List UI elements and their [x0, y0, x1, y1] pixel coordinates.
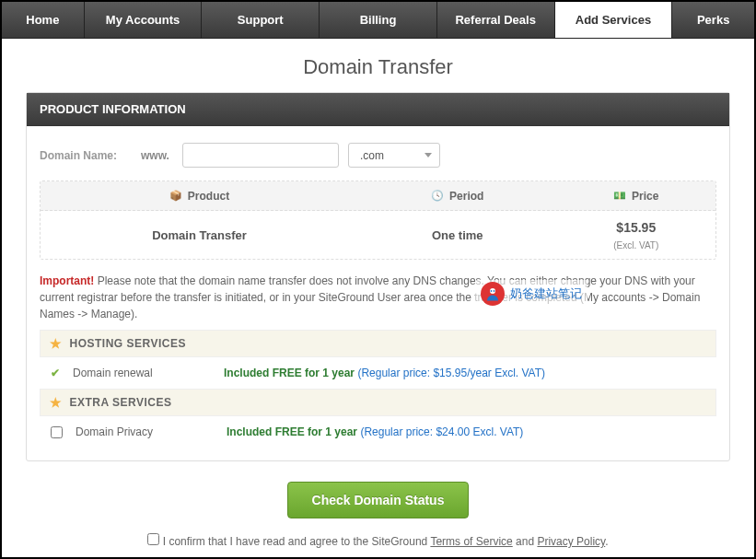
tld-value: .com — [360, 149, 384, 162]
svg-point-1 — [491, 290, 493, 292]
nav-support[interactable]: Support — [202, 2, 320, 38]
clock-icon: 🕓 — [431, 190, 444, 202]
nav-my-accounts[interactable]: My Accounts — [85, 2, 203, 38]
important-text: Please note that the domain name transfe… — [40, 274, 700, 320]
hosting-title: HOSTING SERVICES — [70, 337, 186, 350]
avatar-icon — [481, 282, 505, 306]
domain-privacy-checkbox[interactable] — [51, 426, 63, 438]
tld-select[interactable]: .com — [348, 143, 440, 168]
watermark-badge: 奶爸建站笔记 — [475, 280, 587, 308]
check-domain-status-button[interactable]: Check Domain Status — [287, 482, 470, 518]
extra-title: EXTRA SERVICES — [70, 396, 172, 409]
confirm-row: I confirm that I have read and agree to … — [26, 528, 730, 559]
col-product: Product — [188, 190, 229, 203]
svg-point-2 — [494, 290, 495, 292]
cell-period: One time — [358, 228, 557, 242]
box-icon: 📦 — [169, 190, 182, 202]
star-icon: ★ — [50, 395, 63, 410]
page-title: Domain Transfer — [26, 55, 730, 79]
privacy-link[interactable]: Privacy Policy — [537, 535, 605, 548]
terms-link[interactable]: Terms of Service — [430, 535, 512, 548]
terms-checkbox[interactable] — [147, 533, 159, 545]
product-table: 📦Product 🕓Period 💵Price Domain Transfer … — [40, 181, 716, 260]
extra-service-status: Included FREE for 1 year — [227, 425, 357, 438]
extra-section-header: ★ EXTRA SERVICES — [40, 389, 716, 416]
extra-service-name: Domain Privacy — [76, 425, 214, 438]
card-header: PRODUCT INFORMATION — [27, 93, 729, 126]
domain-row: Domain Name: www. .com — [40, 139, 716, 181]
table-row: Domain Transfer One time $15.95 (Excl. V… — [41, 211, 715, 259]
important-label: Important! — [40, 274, 94, 287]
extra-service-regular: (Regular price: $24.00 Excl. VAT) — [360, 425, 523, 438]
hosting-service-regular: (Regular price: $15.95/year Excl. VAT) — [357, 367, 545, 379]
extra-service-row: Domain Privacy Included FREE for 1 year … — [40, 416, 716, 448]
hosting-section-header: ★ HOSTING SERVICES — [40, 330, 716, 357]
confirm-mid: and — [513, 535, 538, 548]
nav-perks[interactable]: Perks — [672, 2, 754, 38]
cell-product: Domain Transfer — [41, 228, 358, 242]
top-nav: Home My Accounts Support Billing Referra… — [2, 2, 754, 39]
col-period: Period — [449, 190, 483, 203]
watermark-text: 奶爸建站笔记 — [510, 285, 582, 303]
domain-input[interactable] — [182, 143, 339, 168]
nav-home[interactable]: Home — [2, 2, 85, 38]
cell-price-note: (Excl. VAT) — [613, 240, 658, 250]
money-icon: 💵 — [613, 190, 626, 202]
nav-referral-deals[interactable]: Referral Deals — [437, 2, 555, 38]
domain-label: Domain Name: — [40, 149, 132, 162]
star-icon: ★ — [50, 336, 63, 351]
important-note: Important! Please note that the domain n… — [40, 260, 716, 330]
product-info-card: PRODUCT INFORMATION Domain Name: www. .c… — [26, 92, 730, 461]
domain-prefix: www. — [141, 149, 169, 162]
hosting-service-row: ✔ Domain renewal Included FREE for 1 yea… — [40, 357, 716, 389]
nav-billing[interactable]: Billing — [320, 2, 437, 38]
chevron-down-icon — [425, 153, 432, 157]
cell-price: $15.95 — [616, 220, 656, 235]
confirm-post: . — [605, 535, 608, 548]
nav-add-services[interactable]: Add Services — [555, 2, 673, 38]
confirm-pre: I confirm that I have read and agree to … — [163, 535, 431, 548]
col-price: Price — [632, 190, 658, 203]
hosting-service-name: Domain renewal — [73, 367, 211, 379]
check-icon: ✔ — [51, 367, 60, 379]
hosting-service-status: Included FREE for 1 year — [224, 367, 355, 379]
